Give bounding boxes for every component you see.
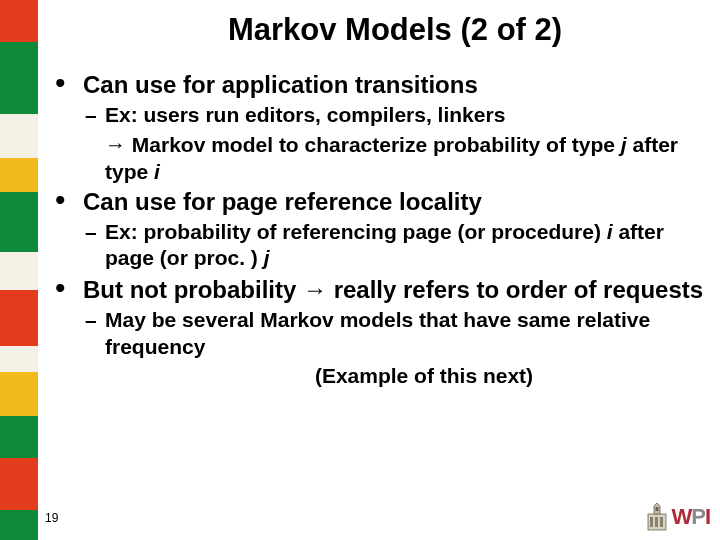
sidebar-color-block: [0, 158, 38, 192]
svg-rect-5: [656, 507, 659, 511]
bullet-2-text: Can use for page reference locality: [83, 187, 705, 217]
decorative-sidebar: [0, 0, 38, 540]
example-note: (Example of this next): [83, 364, 705, 388]
sidebar-color-block: [0, 252, 38, 290]
bullet-3-text: But not probability → really refers to o…: [83, 275, 705, 305]
sidebar-color-block: [0, 290, 38, 346]
wpi-logo-text: WPI: [671, 504, 710, 530]
logo-letter-w: W: [671, 504, 691, 529]
bullet-2: Can use for page reference locality Ex: …: [83, 187, 705, 272]
bullet-3-sublist: May be several Markov models that have s…: [83, 307, 705, 360]
sidebar-color-block: [0, 346, 38, 372]
bullet-3: But not probability → really refers to o…: [83, 275, 705, 388]
sidebar-color-block: [0, 0, 38, 42]
wpi-logo: WPI: [646, 502, 710, 532]
sidebar-color-block: [0, 42, 38, 114]
bullet-2-sublist: Ex: probability of referencing page (or …: [83, 219, 705, 272]
sidebar-color-block: [0, 192, 38, 252]
slide-title: Markov Models (2 of 2): [85, 12, 705, 48]
slide-content: Markov Models (2 of 2) Can use for appli…: [55, 12, 705, 512]
bullet-1-sub-1: Ex: users run editors, compilers, linker…: [105, 102, 705, 128]
logo-letter-i: I: [705, 504, 710, 529]
svg-rect-2: [655, 517, 658, 527]
svg-rect-1: [650, 517, 653, 527]
bullet-3-sub-1: May be several Markov models that have s…: [105, 307, 705, 360]
svg-rect-3: [660, 517, 663, 527]
sidebar-color-block: [0, 458, 38, 510]
bullet-2-sub-1: Ex: probability of referencing page (or …: [105, 219, 705, 272]
bullet-1-text: Can use for application transitions: [83, 70, 705, 100]
sidebar-color-block: [0, 510, 38, 540]
bullet-1-extra: → Markov model to characterize probabili…: [83, 132, 705, 185]
bullet-list: Can use for application transitions Ex: …: [55, 70, 705, 388]
logo-letter-p: P: [691, 504, 705, 529]
slide-number: 19: [45, 511, 58, 525]
crest-icon: [646, 502, 668, 532]
sidebar-color-block: [0, 114, 38, 158]
bullet-1: Can use for application transitions Ex: …: [83, 70, 705, 185]
bullet-1-sublist: Ex: users run editors, compilers, linker…: [83, 102, 705, 128]
sidebar-color-block: [0, 416, 38, 458]
sidebar-color-block: [0, 372, 38, 416]
